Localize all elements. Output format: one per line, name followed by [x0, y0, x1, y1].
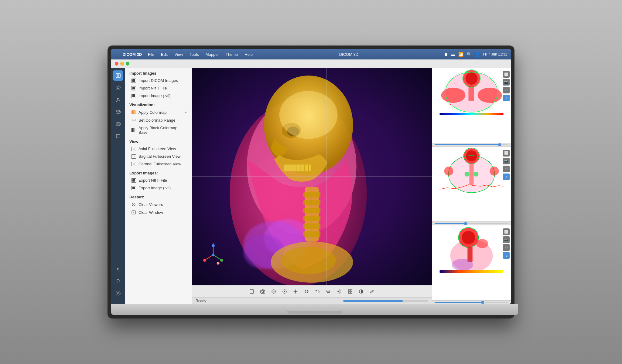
coronal-expand-btn[interactable]: ⬜: [503, 150, 510, 157]
svg-rect-37: [303, 216, 320, 221]
axial-camera-btn[interactable]: 📷: [503, 79, 510, 86]
mac-window:  DICOM 3D File Edit View Tools Mapper T…: [111, 49, 511, 304]
svg-point-86: [454, 83, 455, 84]
section-restart-header: Restart:: [125, 192, 192, 201]
sidebar-annotation-btn[interactable]: [113, 131, 123, 141]
menu-help[interactable]: Help: [243, 52, 254, 57]
medical-scan-svg: [192, 68, 432, 285]
svg-rect-71: [350, 292, 352, 293]
coronal-undo-btn[interactable]: ↺: [503, 166, 510, 172]
sagittal-undo-btn[interactable]: ↺: [503, 244, 510, 251]
sagittal-active-btn[interactable]: ↕: [503, 252, 510, 259]
toolbar-grid-btn[interactable]: [345, 287, 355, 296]
toolbar-move-btn[interactable]: [291, 287, 300, 296]
svg-rect-10: [132, 128, 136, 132]
toolbar-check-btn[interactable]: [269, 287, 279, 296]
axial-undo-btn[interactable]: ↺: [503, 87, 510, 93]
set-colormap-range-label: Set Colormap Range: [138, 118, 175, 123]
svg-point-4: [117, 268, 119, 270]
axial-slider[interactable]: [435, 144, 508, 145]
coronal-active-btn[interactable]: ↕: [503, 174, 510, 180]
maximize-button[interactable]: [126, 62, 129, 66]
svg-point-95: [444, 167, 453, 176]
toolbar-contrast-btn[interactable]: [356, 287, 366, 296]
export-vti-icon: ⬛: [131, 186, 136, 190]
laptop-screen:  DICOM 3D File Edit View Tools Mapper T…: [111, 49, 511, 304]
sidebar-brightness-btn[interactable]: [113, 264, 123, 274]
svg-rect-79: [469, 86, 474, 101]
section-viz-header: Visualization:: [125, 99, 192, 108]
menu-file[interactable]: File: [147, 52, 156, 57]
status-bar: Ready: [192, 297, 432, 304]
menubar:  DICOM 3D File Edit View Tools Mapper T…: [111, 49, 511, 59]
close-button[interactable]: [115, 62, 118, 66]
toolbar-undo-btn[interactable]: [313, 287, 322, 296]
axial-active-btn[interactable]: ↕: [503, 95, 510, 101]
coronal-scan-view: ⬜ 📷 ↺ ↕: [432, 147, 511, 226]
sagittal-expand-btn[interactable]: ⬜: [503, 228, 510, 235]
axial-view-item[interactable]: □ Axial Fullscreen View: [125, 145, 192, 153]
toolbar-zoom-btn[interactable]: [323, 287, 333, 296]
menu-view[interactable]: View: [173, 52, 184, 57]
coronal-camera-btn[interactable]: 📷: [503, 158, 510, 164]
clear-viewers-label: Clear Viewers: [138, 202, 163, 207]
sagittal-view-item[interactable]: □ Sagittal Fullscreen View: [125, 153, 192, 160]
svg-point-97: [465, 172, 470, 177]
menu-edit[interactable]: Edit: [160, 52, 169, 57]
coronal-view-item[interactable]: □ Coronal Fullscreen View: [125, 160, 192, 168]
sidebar-solid-btn[interactable]: [113, 119, 123, 129]
import-vti-item[interactable]: ⬛ Import Image (.vti): [125, 92, 192, 99]
set-colormap-range-item[interactable]: Set Colormap Range: [125, 116, 192, 124]
sidebar-gear-btn[interactable]: [113, 288, 123, 298]
export-nifti-item[interactable]: ⬛ Export NIfTI File: [125, 177, 192, 184]
svg-rect-70: [348, 292, 350, 293]
menu-tools[interactable]: Tools: [188, 52, 200, 57]
apply-black-colormap-item[interactable]: Apply Black Colormap Base: [125, 124, 192, 136]
search-icon[interactable]: 🔍: [466, 52, 472, 57]
viewport-main[interactable]: Z: [192, 68, 432, 285]
svg-point-78: [466, 72, 478, 85]
svg-rect-55: [250, 290, 254, 293]
export-vti-item[interactable]: ⬛ Export Image (.vti): [125, 184, 192, 192]
toolbar-rotate-btn[interactable]: [302, 287, 311, 296]
sidebar-cube-btn[interactable]: [113, 107, 123, 117]
axial-view-label: Axial Fullscreen View: [138, 147, 176, 151]
sidebar-trash-btn[interactable]: [113, 276, 123, 286]
svg-point-107: [452, 259, 473, 271]
toolbar-camera-btn[interactable]: [258, 287, 268, 296]
window-title: DICOM 3D: [254, 52, 444, 57]
svg-point-98: [474, 172, 479, 177]
sagittal-camera-btn[interactable]: 📷: [503, 236, 510, 243]
menu-theme[interactable]: Theme: [224, 52, 239, 57]
coronal-slider[interactable]: [435, 223, 508, 224]
toolbar-settings2-btn[interactable]: [334, 287, 344, 296]
svg-rect-38: [303, 224, 320, 229]
sidebar-home-btn[interactable]: [113, 70, 123, 81]
import-nifti-item[interactable]: ⬛ Import NIfTI File: [125, 84, 192, 92]
record-icon: ⏺: [444, 52, 448, 57]
icon-sidebar: [111, 68, 125, 304]
sidebar-user-btn[interactable]: [113, 95, 123, 105]
sagittal-content: ⬜ 📷 ↺ ↕: [432, 225, 511, 300]
clear-viewers-item[interactable]: Clear Viewers: [125, 201, 192, 208]
export-nifti-label: Export NIfTI File: [138, 178, 167, 183]
toolbar-rect-btn[interactable]: [247, 287, 257, 296]
svg-point-67: [339, 291, 340, 292]
sagittal-slider[interactable]: [435, 302, 508, 303]
axial-expand-btn[interactable]: ⬜: [503, 71, 510, 78]
toolbar-pen-btn[interactable]: [367, 287, 377, 296]
minimize-button[interactable]: [120, 62, 124, 66]
expand-icon: ▼: [184, 111, 187, 114]
sidebar-settings-btn[interactable]: [113, 83, 123, 93]
main-content: Import Images: ⬛ Import DICOM Images ⬛ I…: [111, 68, 511, 304]
sagittal-view-label: Sagittal Fullscreen View: [138, 154, 181, 159]
clear-window-item[interactable]: Clear Window: [125, 208, 192, 216]
apply-colormap-item[interactable]: Apply Colormap ▼: [125, 108, 192, 116]
menu-mapper[interactable]: Mapper: [204, 52, 220, 57]
import-dicom-item[interactable]: ⬛ Import DICOM Images: [125, 77, 192, 84]
traffic-lights: [115, 62, 129, 66]
svg-rect-87: [440, 113, 504, 115]
svg-point-85: [492, 102, 494, 103]
axial-scan-view: ⬜ 📷 ↺ ↕: [432, 68, 511, 147]
toolbar-cancel-btn[interactable]: [280, 287, 289, 296]
